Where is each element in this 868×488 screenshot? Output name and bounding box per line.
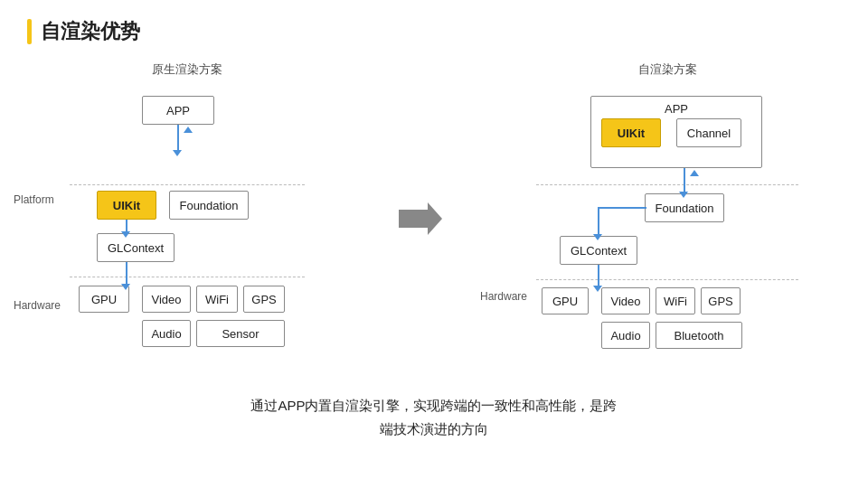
conn1 xyxy=(177,125,179,152)
right-gpu-box: GPU xyxy=(542,287,589,314)
svg-marker-0 xyxy=(399,202,442,235)
right-video-box: Video xyxy=(601,287,650,314)
right-audio-box: Audio xyxy=(601,322,650,349)
left-glcontext-box: GLContext xyxy=(97,233,175,262)
dashed-sep2-right xyxy=(536,279,798,280)
right-gps-box: GPS xyxy=(701,287,741,314)
big-arrow xyxy=(399,202,442,235)
right-diagram: 自渲染方案 Hardware APP UIKit Channel Foundat… xyxy=(536,61,798,376)
arrow-ch-found xyxy=(679,192,688,198)
arrow-found-ch-up xyxy=(690,170,699,176)
dashed-sep2-left xyxy=(70,277,305,277)
conn-gl-gpu xyxy=(126,262,127,286)
right-uikit-box: UIKit xyxy=(601,118,661,147)
dashed-sep1-right xyxy=(536,184,798,185)
hardware-label-left: Hardware xyxy=(14,299,61,312)
arrow-gl-gpu xyxy=(121,284,130,290)
left-uikit-box: UIKit xyxy=(97,191,156,220)
left-audio-box: Audio xyxy=(142,320,191,347)
left-diagram: 原生渲染方案 Platform Hardware APP UIKit xyxy=(70,61,305,376)
left-diagram-title: 原生渲染方案 xyxy=(152,61,222,78)
right-channel-box: Channel xyxy=(676,118,741,147)
left-gps-box: GPS xyxy=(243,286,285,313)
arrow1up xyxy=(184,127,193,133)
hardware-label-right: Hardware xyxy=(480,290,527,303)
conn-gl-gpu-r xyxy=(598,265,599,287)
conn-ch-found xyxy=(684,168,685,193)
left-app-box: APP xyxy=(142,96,214,125)
right-diagram-title: 自渲染方案 xyxy=(638,61,697,78)
right-bluetooth-box: Bluetooth xyxy=(656,322,742,349)
conn-vert-gl xyxy=(598,207,599,238)
arrow1 xyxy=(173,150,182,156)
arrow-gl-gpu-r xyxy=(593,286,602,292)
right-wifi-box: WiFi xyxy=(656,287,695,314)
description: 通过APP内置自渲染引擎，实现跨端的一致性和高性能，是跨 端技术演进的方向 xyxy=(27,394,841,440)
platform-label-left: Platform xyxy=(14,193,54,206)
arrow-to-gl xyxy=(593,234,602,240)
page-title: 自渲染优势 xyxy=(27,18,841,45)
left-foundation-box: Foundation xyxy=(169,191,249,220)
conn-horiz xyxy=(598,207,646,209)
left-video-box: Video xyxy=(142,286,191,313)
left-sensor-box: Sensor xyxy=(196,320,285,347)
left-wifi-box: WiFi xyxy=(196,286,238,313)
dashed-sep1-left xyxy=(70,184,305,185)
arrow-uikit-gl xyxy=(121,231,130,238)
diagrams-wrapper: 原生渲染方案 Platform Hardware APP UIKit xyxy=(27,61,841,376)
